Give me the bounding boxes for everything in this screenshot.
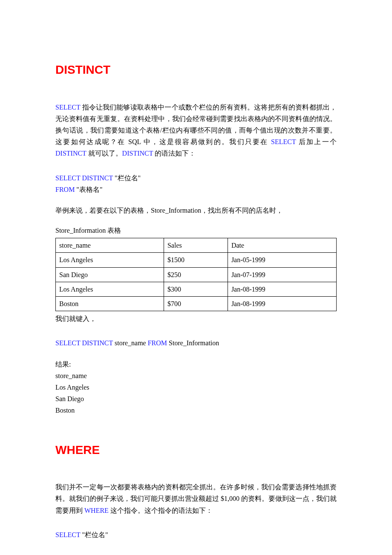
syntax-block: SELECT DISTINCT "栏位名" FROM "表格名": [55, 172, 337, 195]
where-syntax-line-1: SELECT "栏位名": [55, 529, 337, 541]
table-cell: Los Angeles: [56, 282, 164, 296]
table-row: Boston $700 Jan-08-1999: [56, 297, 337, 311]
table-cell: San Diego: [56, 267, 164, 282]
heading-where: WHERE: [55, 440, 337, 460]
syntax-line-2: FROM "表格名": [55, 184, 337, 195]
result-row: San Diego: [55, 393, 337, 405]
table-cell: $1500: [164, 253, 228, 267]
keyword-from: FROM: [55, 186, 75, 193]
table-caption: Store_Information 表格: [55, 225, 337, 236]
text: "表格名": [75, 186, 102, 193]
table-cell: $700: [164, 297, 228, 311]
keyword-where: WHERE: [84, 507, 109, 514]
table-cell: Jan-05-1999: [228, 253, 336, 267]
syntax-line-1: SELECT DISTINCT "栏位名": [55, 172, 337, 184]
keyword-select: SELECT: [55, 104, 80, 111]
table-row: San Diego $250 Jan-07-1999: [56, 267, 337, 282]
table-cell: Los Angeles: [56, 253, 164, 267]
table-header-cell: Sales: [164, 238, 228, 253]
result-header: store_name: [55, 370, 337, 382]
table-cell: Boston: [56, 297, 164, 311]
table-header-row: store_name Sales Date: [56, 238, 337, 253]
distinct-intro-paragraph: SELECT 指令让我们能够读取表格中一个或数个栏位的所有资料。这将把所有的资料…: [55, 101, 337, 159]
keyword-select-distinct: SELECT DISTINCT: [55, 339, 113, 347]
where-intro-paragraph: 我们并不一定每一次都要将表格内的资料都完全抓出。在许多时候，我们会需要选择性地抓…: [55, 481, 337, 516]
keyword-select: SELECT: [55, 531, 80, 538]
keyword-select-distinct: SELECT DISTINCT: [55, 174, 113, 182]
heading-distinct: DISTINCT: [55, 60, 337, 80]
table-header-cell: store_name: [56, 238, 164, 253]
keyword-from: FROM: [148, 339, 167, 347]
keyword-distinct: DISTINCT: [55, 150, 86, 157]
text: "栏位名": [80, 531, 108, 538]
text: store_name: [113, 339, 148, 347]
table-cell: Jan-08-1999: [228, 297, 336, 311]
text: 的语法如下：: [153, 150, 196, 157]
text: 后加上一个: [296, 138, 337, 145]
table-cell: Jan-07-1999: [228, 267, 336, 282]
example-intro: 举例来说，若要在以下的表格，Store_Information，找出所有不同的店…: [55, 205, 337, 216]
result-row: Boston: [55, 405, 337, 416]
text: 这个指令。这个指令的语法如下：: [109, 507, 213, 514]
table-row: Los Angeles $300 Jan-08-1999: [56, 282, 337, 296]
store-information-table: store_name Sales Date Los Angeles $1500 …: [55, 238, 337, 311]
table-cell: $300: [164, 282, 228, 296]
table-row: Los Angeles $1500 Jan-05-1999: [56, 253, 337, 267]
table-cell: $250: [164, 267, 228, 282]
table-header-cell: Date: [228, 238, 336, 253]
text: "栏位名": [113, 174, 141, 182]
result-label: 结果:: [55, 358, 337, 370]
result-row: Los Angeles: [55, 382, 337, 393]
text: Store_Information: [167, 339, 219, 347]
after-table-text: 我们就键入，: [55, 313, 337, 324]
table-cell: Jan-08-1999: [228, 282, 336, 296]
keyword-select: SELECT: [271, 138, 296, 145]
query-line: SELECT DISTINCT store_name FROM Store_In…: [55, 337, 337, 349]
result-block: 结果: store_name Los Angeles San Diego Bos…: [55, 358, 337, 416]
document-page: DISTINCT SELECT 指令让我们能够读取表格中一个或数个栏位的所有资料…: [0, 0, 392, 555]
text: 就可以了。: [86, 150, 122, 157]
keyword-distinct: DISTINCT: [122, 150, 153, 157]
